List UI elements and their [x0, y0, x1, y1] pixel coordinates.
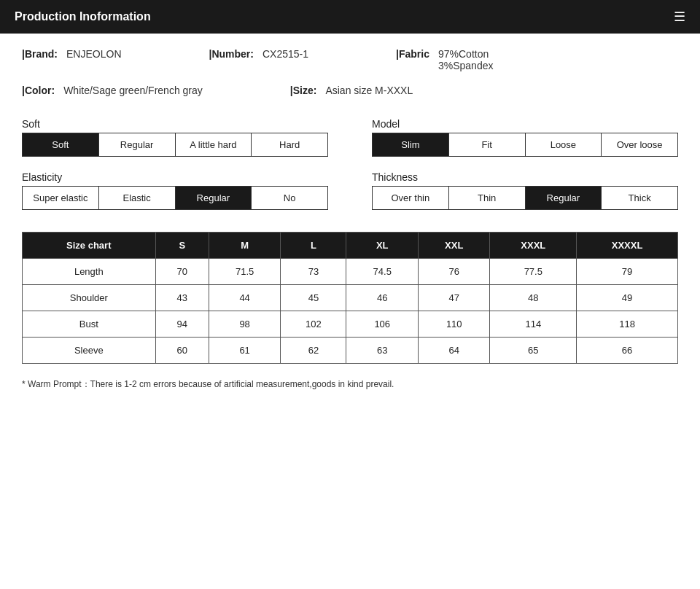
cell-value: 102 [281, 311, 346, 338]
fabric-info: |Fabric 97%Cotton 3%Spandex [396, 48, 493, 71]
row-label: Bust [23, 311, 156, 338]
cell-value: 114 [490, 311, 577, 338]
size-chart-label: Size chart [23, 233, 156, 259]
cell-value: 66 [577, 338, 678, 364]
soft-option-3[interactable]: Hard [252, 133, 327, 156]
table-row: Shoulder43444546474849 [23, 285, 678, 311]
cell-value: 98 [209, 311, 281, 338]
cell-value: 47 [419, 285, 490, 311]
table-row: Sleeve60616263646566 [23, 338, 678, 364]
cell-value: 49 [577, 285, 678, 311]
col-xl: XL [346, 233, 419, 259]
cell-value: 61 [209, 338, 281, 364]
warm-prompt: * Warm Prompt：There is 1-2 cm errors bec… [22, 378, 678, 391]
cell-value: 46 [346, 285, 419, 311]
cell-value: 71.5 [209, 259, 281, 285]
cell-value: 62 [281, 338, 346, 364]
size-info: |Size: Asian size M-XXXL [290, 85, 413, 96]
cell-value: 77.5 [490, 259, 577, 285]
header-title: Production Inoformation [15, 10, 151, 23]
cell-value: 60 [155, 338, 209, 364]
soft-block: Soft Soft Regular A little hard Hard [22, 118, 328, 157]
soft-option-2[interactable]: A little hard [176, 133, 252, 156]
elasticity-option-2[interactable]: Regular [176, 187, 252, 209]
cell-value: 64 [419, 338, 490, 364]
thickness-option-0[interactable]: Over thin [373, 187, 449, 209]
thickness-title: Thickness [372, 171, 678, 183]
cell-value: 45 [281, 285, 346, 311]
attributes-grid: Soft Soft Regular A little hard Hard Mod… [22, 118, 678, 210]
color-label: |Color: [22, 85, 55, 96]
product-info: |Brand: ENJEOLON |Number: CX2515-1 |Fabr… [22, 48, 678, 96]
soft-title: Soft [22, 118, 328, 130]
model-title: Model [372, 118, 678, 130]
brand-label: |Brand: [22, 48, 58, 60]
row-label: Sleeve [23, 338, 156, 364]
col-xxl: XXL [419, 233, 490, 259]
model-option-2[interactable]: Loose [526, 133, 602, 156]
menu-icon[interactable]: ☰ [674, 9, 685, 25]
brand-info: |Brand: ENJEOLON [22, 48, 122, 71]
content: |Brand: ENJEOLON |Number: CX2515-1 |Fabr… [0, 34, 700, 405]
color-info: |Color: White/Sage green/French gray [22, 85, 203, 96]
elasticity-option-1[interactable]: Elastic [99, 187, 176, 209]
cell-value: 73 [281, 259, 346, 285]
cell-value: 118 [577, 311, 678, 338]
fabric-label: |Fabric [396, 48, 429, 60]
cell-value: 48 [490, 285, 577, 311]
thickness-block: Thickness Over thin Thin Regular Thick [372, 171, 678, 210]
model-option-3[interactable]: Over loose [602, 133, 677, 156]
model-option-0[interactable]: Slim [373, 133, 449, 156]
number-info: |Number: CX2515-1 [209, 48, 309, 71]
elasticity-option-3[interactable]: No [252, 187, 327, 209]
table-row: Bust9498102106110114118 [23, 311, 678, 338]
cell-value: 43 [155, 285, 209, 311]
number-value: CX2515-1 [262, 48, 308, 60]
elasticity-block: Elasticity Super elastic Elastic Regular… [22, 171, 328, 210]
size-value: Asian size M-XXXL [325, 85, 413, 96]
elasticity-option-0[interactable]: Super elastic [23, 187, 99, 209]
number-label: |Number: [209, 48, 254, 60]
col-s: S [155, 233, 209, 259]
fabric-value: 97%Cotton 3%Spandex [438, 48, 494, 71]
cell-value: 79 [577, 259, 678, 285]
model-option-1[interactable]: Fit [449, 133, 526, 156]
elasticity-options: Super elastic Elastic Regular No [22, 186, 328, 210]
cell-value: 106 [346, 311, 419, 338]
size-table: Size chart S M L XL XXL XXXL XXXXL Lengt… [22, 232, 678, 364]
cell-value: 70 [155, 259, 209, 285]
table-row: Length7071.57374.57677.579 [23, 259, 678, 285]
thickness-options: Over thin Thin Regular Thick [372, 186, 678, 210]
cell-value: 65 [490, 338, 577, 364]
cell-value: 44 [209, 285, 281, 311]
col-xxxxl: XXXXL [577, 233, 678, 259]
page-wrapper: Production Inoformation ☰ |Brand: ENJEOL… [0, 0, 700, 405]
row-label: Length [23, 259, 156, 285]
cell-value: 110 [419, 311, 490, 338]
soft-option-0[interactable]: Soft [23, 133, 99, 156]
cell-value: 94 [155, 311, 209, 338]
thickness-option-2[interactable]: Regular [526, 187, 602, 209]
thickness-option-1[interactable]: Thin [449, 187, 526, 209]
cell-value: 63 [346, 338, 419, 364]
soft-options: Soft Regular A little hard Hard [22, 133, 328, 157]
model-block: Model Slim Fit Loose Over loose [372, 118, 678, 157]
cell-value: 76 [419, 259, 490, 285]
row-label: Shoulder [23, 285, 156, 311]
elasticity-title: Elasticity [22, 171, 328, 183]
col-m: M [209, 233, 281, 259]
size-table-header-row: Size chart S M L XL XXL XXXL XXXXL [23, 233, 678, 259]
header: Production Inoformation ☰ [0, 0, 700, 34]
thickness-option-3[interactable]: Thick [602, 187, 677, 209]
cell-value: 74.5 [346, 259, 419, 285]
col-xxxl: XXXL [490, 233, 577, 259]
color-value: White/Sage green/French gray [63, 85, 203, 96]
size-chart-wrapper: Size chart S M L XL XXL XXXL XXXXL Lengt… [22, 232, 678, 364]
model-options: Slim Fit Loose Over loose [372, 133, 678, 157]
col-l: L [281, 233, 346, 259]
soft-option-1[interactable]: Regular [99, 133, 176, 156]
brand-value: ENJEOLON [66, 48, 121, 60]
size-label: |Size: [290, 85, 317, 96]
